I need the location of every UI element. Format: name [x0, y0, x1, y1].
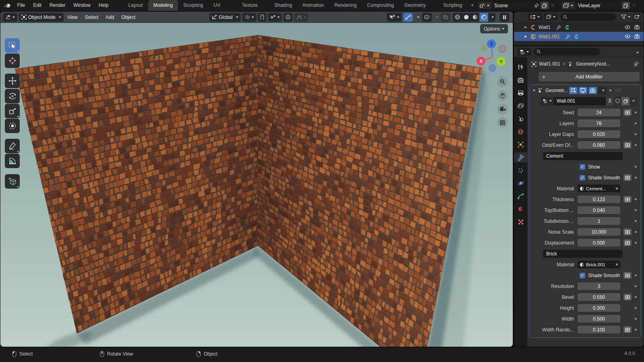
- shading-material-preview-button[interactable]: [471, 13, 479, 22]
- unlink-material-icon[interactable]: ×: [615, 186, 618, 191]
- tab-compositing[interactable]: Compositing: [362, 0, 399, 11]
- panel-heading-field[interactable]: Cement: [543, 152, 623, 160]
- animate-decorator[interactable]: [635, 318, 637, 320]
- animate-decorator[interactable]: [635, 285, 637, 287]
- tab-render[interactable]: [514, 75, 527, 85]
- modifier-name[interactable]: Geometr...: [545, 88, 568, 93]
- animate-decorator[interactable]: [635, 177, 637, 179]
- properties-search-input[interactable]: [534, 48, 600, 56]
- breadcrumb-node-tree[interactable]: GeometryNod...: [576, 61, 610, 67]
- menu-select[interactable]: Select: [81, 14, 102, 20]
- input-attribute-toggle-icon[interactable]: [623, 326, 632, 333]
- new-scene-copy-icon[interactable]: [541, 2, 549, 9]
- render-display-toggle[interactable]: [588, 87, 597, 94]
- tab-view-layer[interactable]: [514, 101, 527, 111]
- input-attribute-toggle-icon[interactable]: [623, 196, 632, 203]
- outliner-row-wall1[interactable]: ▶ Wall1: [514, 23, 644, 32]
- input-attribute-toggle-icon[interactable]: [623, 109, 632, 116]
- tool-move[interactable]: [5, 74, 20, 88]
- outliner-row-wall1-001[interactable]: ▶ Wall1.001: [514, 32, 644, 41]
- blender-logo-icon[interactable]: [3, 2, 12, 9]
- value-field[interactable]: 10.000: [578, 228, 620, 236]
- tab-object-data[interactable]: [514, 191, 527, 201]
- outliner-search-input[interactable]: [560, 13, 616, 21]
- tab-animation[interactable]: Animation: [297, 0, 329, 11]
- tab-modeling[interactable]: Modeling: [148, 0, 178, 11]
- tab-texture-paint[interactable]: Texture Paint: [237, 0, 269, 11]
- animate-decorator[interactable]: [635, 231, 637, 233]
- animate-decorator[interactable]: [635, 144, 637, 146]
- options-button[interactable]: Options: [480, 24, 508, 33]
- shading-dropdown[interactable]: [488, 16, 495, 18]
- view-layer-name[interactable]: ViewLayer: [575, 3, 622, 8]
- navigation-gizmo[interactable]: Z X Y: [471, 36, 513, 79]
- add-modifier-button[interactable]: + Add Modifier: [539, 72, 640, 81]
- tool-scale[interactable]: [5, 104, 20, 118]
- value-field[interactable]: 0.500: [578, 315, 620, 323]
- tab-geometry-nodes[interactable]: Geometry Nodes: [399, 0, 438, 11]
- collapse-chevron-icon[interactable]: [533, 90, 535, 91]
- viewport-canvas-brick-walls[interactable]: [0, 23, 513, 347]
- tool-add-cube[interactable]: [5, 174, 20, 189]
- value-field[interactable]: 0.000: [578, 239, 620, 247]
- animate-decorator[interactable]: [635, 307, 637, 309]
- tool-annotate[interactable]: [5, 139, 20, 153]
- drag-grip-icon[interactable]: [615, 88, 621, 93]
- menu-window[interactable]: Window: [69, 0, 95, 11]
- input-attribute-toggle-icon[interactable]: [623, 272, 632, 279]
- value-field[interactable]: 0.123: [578, 195, 620, 203]
- pause-button[interactable]: [500, 13, 510, 22]
- input-attribute-toggle-icon[interactable]: [623, 239, 632, 246]
- value-field[interactable]: 0.040: [578, 206, 620, 214]
- tab-material[interactable]: [514, 204, 527, 214]
- fake-user-shield-icon[interactable]: [613, 97, 621, 105]
- value-field[interactable]: 3: [578, 282, 620, 290]
- shading-rendered-button[interactable]: [479, 13, 488, 22]
- node-group-name-field[interactable]: Wall.001: [554, 97, 606, 105]
- scene-name[interactable]: Scene: [491, 3, 533, 8]
- animate-decorator[interactable]: [635, 166, 637, 168]
- outliner-display-mode-button[interactable]: [544, 13, 558, 21]
- xray-toggle[interactable]: [441, 13, 450, 22]
- object-name[interactable]: Wall1: [539, 25, 551, 30]
- snap-settings-dropdown[interactable]: [268, 13, 282, 22]
- tool-cursor[interactable]: [5, 53, 20, 68]
- tab-uv-editing[interactable]: UV Editing: [208, 0, 237, 11]
- menu-help[interactable]: Help: [95, 0, 113, 11]
- animate-decorator[interactable]: [635, 111, 637, 113]
- tab-output[interactable]: [514, 88, 527, 98]
- value-field[interactable]: 0.060: [578, 141, 620, 149]
- tab-physics[interactable]: [514, 178, 527, 188]
- snap-toggle[interactable]: [258, 13, 266, 22]
- edit-mode-display-toggle[interactable]: [569, 87, 578, 94]
- menu-object[interactable]: Object: [118, 14, 139, 20]
- disable-render-camera-icon[interactable]: [634, 25, 640, 29]
- panel-heading-field[interactable]: Brick: [543, 250, 623, 258]
- animate-decorator[interactable]: [635, 209, 637, 211]
- animate-decorator[interactable]: [635, 133, 637, 135]
- disable-render-camera-icon[interactable]: [634, 34, 640, 39]
- gizmos-toggle[interactable]: [403, 13, 413, 22]
- overlays-toggle[interactable]: [422, 13, 432, 22]
- axis-neg-z-ball[interactable]: [489, 65, 496, 72]
- menu-view[interactable]: View: [64, 14, 81, 20]
- properties-options-dropdown[interactable]: [635, 49, 639, 55]
- value-field[interactable]: 1: [578, 217, 620, 225]
- pivot-point-selector[interactable]: [242, 13, 256, 22]
- value-field[interactable]: 0.020: [578, 130, 620, 138]
- tab-scene[interactable]: [514, 114, 527, 124]
- tool-measure[interactable]: [5, 154, 20, 168]
- tab-particles[interactable]: [514, 165, 527, 175]
- value-field[interactable]: 0.100: [578, 326, 620, 333]
- tool-transform[interactable]: [5, 119, 20, 133]
- tab-modifiers[interactable]: [514, 152, 527, 162]
- tab-scripting[interactable]: Scripting: [438, 0, 467, 11]
- zoom-button[interactable]: [497, 76, 508, 87]
- tab-sculpting[interactable]: Sculpting: [178, 0, 208, 11]
- orthographic-toggle-button[interactable]: [497, 117, 508, 128]
- input-attribute-toggle-icon[interactable]: [623, 228, 632, 235]
- expand-arrow-icon[interactable]: ▶: [524, 25, 527, 29]
- breadcrumb-object[interactable]: Wall1.001: [539, 61, 560, 67]
- shade-smooth-checkbox[interactable]: ✓: [580, 175, 585, 181]
- unlink-node-group-icon[interactable]: ×: [630, 97, 638, 105]
